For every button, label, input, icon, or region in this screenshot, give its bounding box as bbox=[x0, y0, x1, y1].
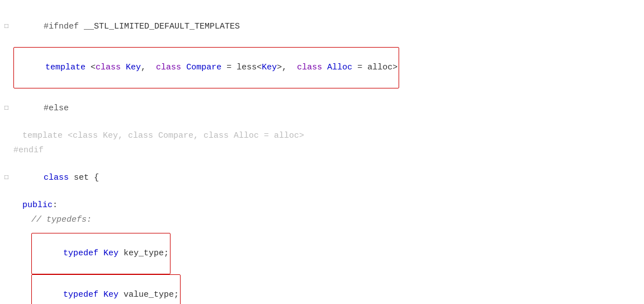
highlighted-template-line: template <class Key, class Compare = les… bbox=[13, 47, 399, 88]
line-8: // typedefs: bbox=[0, 213, 644, 227]
line-4: template <class Key, class Compare, clas… bbox=[0, 129, 644, 143]
keyword-class: class bbox=[44, 173, 69, 183]
type-key2: Key bbox=[262, 63, 277, 72]
line-10: typedef Key key_type; bbox=[0, 233, 644, 274]
space3 bbox=[322, 63, 327, 72]
space bbox=[121, 63, 126, 72]
eq2: = alloc> bbox=[352, 63, 397, 72]
preprocessor-else: #else bbox=[44, 104, 69, 113]
space-10 bbox=[98, 249, 103, 258]
collapse-icon-3[interactable]: □ bbox=[4, 103, 13, 114]
highlighted-typedef-value-type: typedef Key value_type; bbox=[31, 274, 181, 304]
line-6: □ class set { bbox=[0, 158, 644, 198]
type-key-10: Key bbox=[103, 249, 119, 258]
kw-typedef-11: typedef bbox=[63, 290, 98, 300]
punct: < bbox=[86, 63, 96, 72]
line-3: □ #else bbox=[0, 88, 644, 129]
type-compare: Compare bbox=[186, 63, 221, 72]
classname: set { bbox=[69, 173, 99, 183]
colon-7: : bbox=[53, 199, 58, 212]
keyword-public: public bbox=[22, 199, 53, 212]
keyword-template: template bbox=[45, 63, 86, 72]
gray-template: template <class Key, class Compare, clas… bbox=[22, 129, 304, 143]
code-container: □ #ifndef __STL_LIMITED_DEFAULT_TEMPLATE… bbox=[0, 4, 644, 304]
type-alloc: Alloc bbox=[327, 63, 352, 72]
space2 bbox=[181, 63, 186, 72]
line-content-3: #else bbox=[13, 88, 69, 129]
key-type-text: key_type; bbox=[119, 249, 169, 258]
line-content-1: #ifndef __STL_LIMITED_DEFAULT_TEMPLATES bbox=[13, 7, 240, 47]
keyword-class-1: class bbox=[96, 63, 121, 72]
keyword-class-2: class bbox=[156, 63, 181, 72]
comma: , bbox=[141, 63, 156, 72]
line-7: public: bbox=[0, 198, 644, 213]
highlighted-typedef-key-type: typedef Key key_type; bbox=[31, 233, 171, 274]
collapse-icon-1[interactable]: □ bbox=[4, 21, 13, 32]
line-1: □ #ifndef __STL_LIMITED_DEFAULT_TEMPLATE… bbox=[0, 7, 644, 47]
kw-typedef-10: typedef bbox=[63, 249, 98, 258]
macro-name: __STL_LIMITED_DEFAULT_TEMPLATES bbox=[84, 22, 240, 31]
line-2: template <class Key, class Compare = les… bbox=[0, 47, 644, 88]
eq1: = less< bbox=[221, 63, 262, 72]
keyword-class-3: class bbox=[297, 63, 322, 72]
type-key-11: Key bbox=[103, 290, 119, 300]
type-key: Key bbox=[126, 63, 141, 72]
gray-endif: #endif bbox=[13, 144, 44, 157]
line-9-blank bbox=[0, 227, 644, 233]
value-type-text: value_type; bbox=[119, 290, 179, 300]
preprocessor-keyword: #ifndef bbox=[44, 22, 84, 31]
line-5: #endif bbox=[0, 143, 644, 158]
space-11 bbox=[98, 290, 103, 300]
line-11: typedef Key value_type; bbox=[0, 274, 644, 304]
collapse-icon-6[interactable]: □ bbox=[4, 172, 13, 183]
line-content-6: class set { bbox=[13, 158, 99, 198]
comment-typedefs: // typedefs: bbox=[31, 213, 92, 227]
gt1: >, bbox=[277, 63, 297, 72]
